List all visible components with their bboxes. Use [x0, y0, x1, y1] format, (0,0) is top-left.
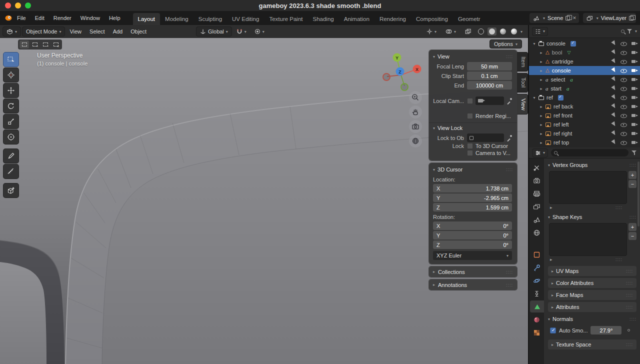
outliner-row-object-active[interactable]: ▸ △ console — [529, 66, 640, 75]
select-mode-intersect-button[interactable]: × — [51, 40, 60, 48]
lock-3d-cursor-checkbox[interactable] — [467, 143, 473, 149]
disclosure-triangle-icon[interactable]: ▸ — [539, 86, 544, 91]
visibility-toggle-icon[interactable] — [620, 94, 627, 101]
panel-drag-icon[interactable]: :::: — [626, 342, 633, 347]
menu-help[interactable]: Help — [104, 13, 125, 23]
xray-toggle-button[interactable] — [462, 26, 474, 36]
panel-drag-icon[interactable]: :::: — [630, 162, 636, 168]
disclosure-triangle-icon[interactable]: ▸ — [539, 50, 544, 55]
options-button[interactable]: Options ▾ — [490, 40, 522, 48]
transform-tool-button[interactable] — [3, 130, 19, 144]
properties-tab-constraints[interactable] — [529, 288, 544, 300]
menu-select[interactable]: Select — [86, 26, 108, 36]
render-toggle-icon[interactable] — [631, 40, 638, 47]
selectable-toggle-icon[interactable] — [610, 130, 616, 137]
selectable-toggle-icon[interactable] — [610, 94, 616, 101]
annotate-tool-button[interactable] — [3, 148, 19, 164]
eyedropper-icon[interactable] — [506, 98, 512, 104]
properties-tab-world[interactable] — [529, 226, 544, 238]
panel-drag-icon[interactable]: :::: — [626, 292, 633, 298]
panel-drag-icon[interactable]: :::: — [626, 280, 633, 286]
select-mode-extend-button[interactable]: + — [30, 40, 40, 48]
add-cube-tool-button[interactable] — [3, 183, 19, 198]
camera-to-view-checkbox[interactable] — [467, 150, 473, 156]
selectable-toggle-icon[interactable] — [610, 122, 616, 128]
menu-view[interactable]: View — [66, 26, 85, 36]
disclosure-triangle-icon[interactable]: ▾ — [532, 96, 536, 100]
outliner-row-object[interactable]: ▸ ref back — [529, 102, 640, 111]
select-mode-new-button[interactable] — [20, 40, 29, 48]
outliner-row-object[interactable]: ▸ a start a — [529, 84, 640, 93]
lock-to-object-field[interactable] — [467, 134, 504, 142]
panel-drag-icon[interactable]: :::: — [626, 304, 633, 310]
shape-keys-list[interactable] — [549, 223, 627, 256]
visibility-toggle-icon[interactable] — [620, 112, 627, 119]
menu-file[interactable]: File — [12, 13, 30, 23]
outliner-row-collection[interactable]: ▾ console — [529, 39, 640, 48]
outliner-row-object[interactable]: ▸ a select a — [529, 75, 640, 84]
editor-type-button[interactable]: ▾ — [2, 26, 21, 36]
auto-smooth-checkbox[interactable] — [550, 328, 556, 334]
clip-end-field[interactable]: 100000 cm — [467, 81, 512, 90]
shading-dropdown-icon[interactable]: ▾ — [520, 30, 522, 34]
disclosure-triangle-icon[interactable]: ▸ — [539, 60, 544, 64]
visibility-toggle-icon[interactable] — [620, 130, 627, 137]
filter-expand-icon[interactable]: ▸ — [550, 205, 552, 210]
properties-search-input[interactable] — [551, 149, 628, 156]
selectable-toggle-icon[interactable] — [610, 86, 616, 92]
perspective-toggle-button[interactable] — [409, 134, 422, 148]
filter-icon[interactable] — [632, 150, 637, 156]
properties-scrollbar[interactable] — [638, 162, 640, 226]
workspace-tab-geometry-nodes[interactable]: Geometr — [453, 13, 486, 25]
outliner-row-object[interactable]: ▸ ref left — [529, 120, 640, 129]
visibility-toggle-icon[interactable] — [620, 40, 627, 47]
sidebar-tab-item[interactable]: Item — [517, 52, 528, 72]
attributes-header[interactable]: ▸ Attributes :::: — [548, 302, 636, 312]
properties-tab-scene[interactable] — [529, 214, 544, 226]
sidebar-tab-tool[interactable]: Tool — [517, 73, 528, 92]
normals-header[interactable]: ▾ Normals :::: — [548, 314, 636, 324]
properties-tab-tool[interactable] — [529, 162, 544, 174]
disclosure-triangle-icon[interactable]: ▸ — [539, 104, 544, 109]
minimize-window-button[interactable] — [15, 2, 21, 8]
disclosure-triangle-icon[interactable]: ▸ — [539, 122, 544, 127]
workspace-tab-animation[interactable]: Animation — [339, 13, 374, 25]
menu-render[interactable]: Render — [49, 13, 76, 23]
cursor-location-x-field[interactable]: X1.738 cm — [433, 184, 512, 192]
shading-solid-button[interactable] — [488, 28, 496, 36]
properties-tab-object[interactable] — [529, 248, 544, 260]
menu-object[interactable]: Object — [127, 26, 150, 36]
panel-drag-icon[interactable]: :::: — [626, 268, 633, 274]
properties-tab-object-data[interactable] — [530, 300, 544, 312]
vertex-groups-list[interactable] — [549, 171, 627, 204]
shading-rendered-button[interactable] — [510, 28, 518, 36]
render-toggle-icon[interactable] — [631, 140, 638, 146]
render-toggle-icon[interactable] — [631, 94, 638, 101]
collection-checkbox[interactable] — [570, 41, 576, 46]
workspace-tab-modeling[interactable]: Modeling — [160, 13, 194, 25]
properties-tab-physics[interactable] — [529, 274, 544, 286]
collection-checkbox[interactable] — [558, 95, 564, 100]
texture-space-header[interactable]: ▸ Texture Space :::: — [548, 340, 636, 350]
visibility-toggle-icon[interactable] — [620, 122, 627, 128]
selectable-toggle-icon[interactable] — [610, 58, 616, 65]
disclosure-triangle-icon[interactable]: ▸ — [539, 114, 544, 118]
focal-length-field[interactable]: 50 mm — [467, 62, 512, 70]
visibility-toggle-icon[interactable] — [620, 86, 627, 92]
show-gizmo-dropdown[interactable]: ▾ — [423, 26, 440, 36]
editor-type-button[interactable]: ▾ — [532, 148, 548, 158]
selectable-toggle-icon[interactable] — [610, 40, 616, 47]
axis-neg-x-ball[interactable] — [383, 74, 390, 80]
face-maps-header[interactable]: ▸ Face Maps :::: — [548, 290, 636, 300]
remove-shape-key-button[interactable]: − — [628, 232, 636, 240]
vertex-groups-header[interactable]: ▾ Vertex Groups :::: — [548, 160, 636, 170]
vertex-groups-filter-row[interactable]: ▸ :::: — [548, 205, 636, 212]
visibility-toggle-icon[interactable] — [620, 104, 627, 110]
render-toggle-icon[interactable] — [631, 86, 638, 92]
shading-material-button[interactable] — [498, 28, 508, 36]
view-lock-header[interactable]: ▾ View Lock — [429, 122, 517, 133]
filter-icon[interactable] — [627, 28, 632, 34]
select-box-tool-button[interactable] — [3, 52, 19, 67]
transform-orientation-dropdown[interactable]: Global ▾ — [196, 26, 232, 36]
editor-type-button[interactable]: ▾ — [532, 27, 548, 36]
